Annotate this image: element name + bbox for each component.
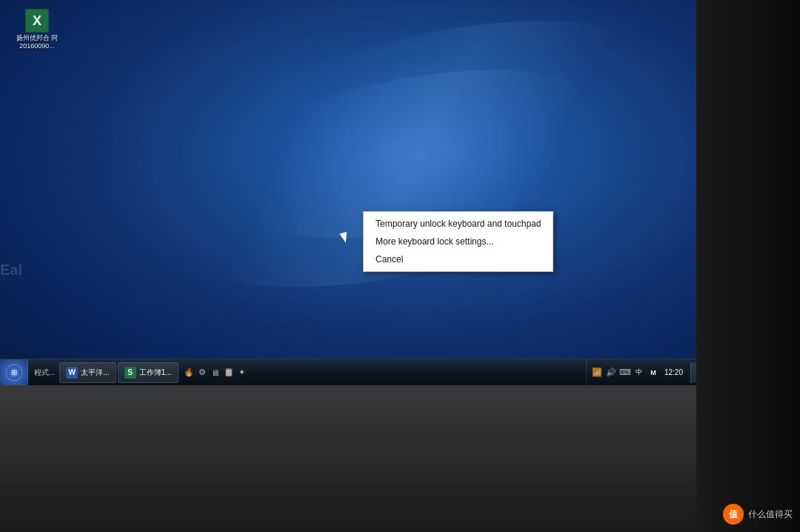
show-desktop-button[interactable] [690,362,696,383]
taskbar-item-chengshi[interactable]: 程式... [31,368,58,378]
taskbar-item-word[interactable]: W 太平洋... [59,362,116,383]
mouse-cursor [341,233,350,245]
tray-lang-icon[interactable]: 中 [633,367,645,379]
taskbar-excel-label: 工作簿1... [139,368,172,378]
tray-icon-4[interactable]: 📋 [223,367,235,379]
desktop-icon-label: 扬州优邦合 同20160090... [15,34,59,50]
watermark-label: 什么值得买 [748,508,793,521]
context-menu: Temporary unlock keyboard and touchpad M… [363,211,553,272]
taskbar-word-label: 太平洋... [81,368,109,378]
context-menu-item-cancel[interactable]: Cancel [364,250,553,268]
taskbar-items: 程式... W 太平洋... S 工作簿1... 🔥 ⚙ 🖥 📋 ✦ [28,359,586,385]
screen: 扬州优邦合 同20160090... Temporary unlock keyb… [0,0,696,385]
windows-logo-icon: ⊞ [6,365,22,381]
start-button[interactable]: ⊞ [0,359,28,386]
desktop-background [0,0,696,385]
taskbar: ⊞ 程式... W 太平洋... S 工作簿1... 🔥 ⚙ 🖥 📋 ✦ [0,359,696,385]
tray-icon-1[interactable]: 🔥 [183,367,195,379]
word-icon: W [66,367,78,379]
tray-icon-bluetooth[interactable]: ✦ [236,367,248,379]
system-tray: 📶 🔊 ⌨ 中 M 12:20 [586,359,690,385]
tray-m-icon[interactable]: M [647,367,659,379]
tray-network-icon[interactable]: 📶 [591,367,603,379]
tray-icon-2[interactable]: ⚙ [196,367,208,379]
eal-text: Eal [0,262,22,279]
desktop-icon-excel[interactable]: 扬州优邦合 同20160090... [15,9,59,50]
tray-keyboard-icon[interactable]: ⌨ [619,367,631,379]
watermark-badge: 值 [723,504,744,525]
laptop-bottom-bezel [0,385,696,532]
context-menu-item-settings[interactable]: More keyboard lock settings... [364,233,553,250]
tray-volume-icon[interactable]: 🔊 [605,367,617,379]
watermark: 值 什么值得买 [723,504,793,525]
taskbar-item-excel[interactable]: S 工作簿1... [118,362,179,383]
tray-icon-3[interactable]: 🖥 [210,367,221,379]
excel-icon [25,9,49,33]
right-panel [696,0,800,532]
excel-taskbar-icon: S [124,367,136,379]
system-clock: 12:20 [661,368,686,376]
context-menu-item-unlock[interactable]: Temporary unlock keyboard and touchpad [364,215,553,233]
